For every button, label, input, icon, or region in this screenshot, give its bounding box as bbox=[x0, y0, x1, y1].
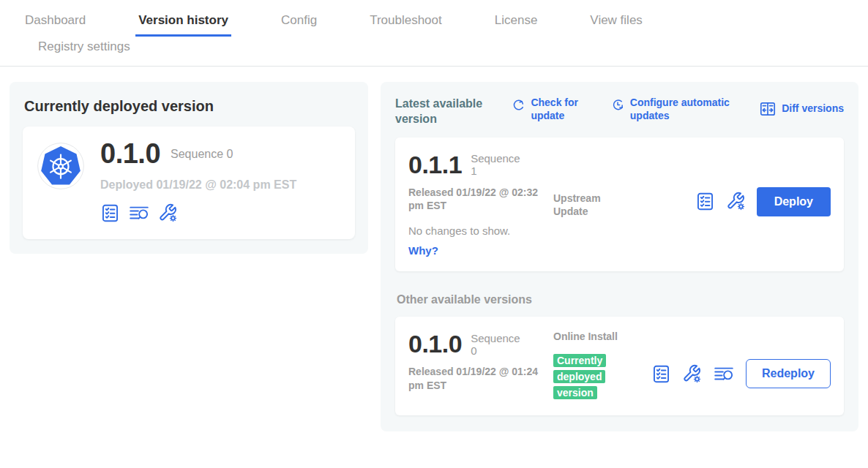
diff-versions-label: Diff versions bbox=[782, 102, 844, 116]
deployed-version-number: 0.1.0 bbox=[100, 138, 160, 170]
deployed-version-details: 0.1.0 Sequence 0 Deployed 01/19/22 @ 02:… bbox=[100, 138, 296, 223]
edit-config-icon[interactable] bbox=[682, 364, 702, 384]
tab-dashboard[interactable]: Dashboard bbox=[22, 12, 89, 37]
view-files-icon[interactable] bbox=[713, 364, 735, 384]
tab-version-history[interactable]: Version history bbox=[135, 12, 231, 37]
configure-automatic-updates-link[interactable]: Configure automatic updates bbox=[610, 97, 740, 122]
currently-deployed-title: Currently deployed version bbox=[24, 98, 355, 115]
check-for-update-link[interactable]: Check for update bbox=[511, 97, 591, 122]
other-version-actions: Redeploy bbox=[651, 359, 831, 388]
nav-row-2: Registry settings bbox=[0, 37, 868, 66]
currently-deployed-card: 0.1.0 Sequence 0 Deployed 01/19/22 @ 02:… bbox=[23, 127, 355, 239]
other-versions-title: Other available versions bbox=[397, 293, 844, 306]
diff-versions-link[interactable]: Diff versions bbox=[759, 99, 844, 118]
latest-available-title: Latest available version bbox=[395, 97, 492, 127]
deployed-sequence-label: Sequence 0 bbox=[171, 148, 233, 161]
configure-automatic-updates-label: Configure automatic updates bbox=[630, 97, 740, 122]
why-link[interactable]: Why? bbox=[408, 244, 553, 257]
nav-row-1: Dashboard Version history Config Trouble… bbox=[0, 0, 868, 37]
latest-version-source: Upstream Update bbox=[553, 192, 621, 257]
latest-version-actions: Deploy bbox=[695, 187, 831, 216]
check-update-icon bbox=[511, 97, 525, 112]
currently-deployed-panel: Currently deployed version 0.1.0 Sequenc… bbox=[10, 82, 368, 254]
edit-config-icon[interactable] bbox=[158, 203, 178, 223]
diff-versions-icon bbox=[759, 100, 777, 118]
latest-version-number: 0.1.1 bbox=[408, 151, 462, 179]
deployed-timestamp: Deployed 01/19/22 @ 02:04 pm EST bbox=[100, 178, 296, 192]
latest-available-header: Latest available version Check for updat… bbox=[395, 97, 844, 127]
kubernetes-logo-icon bbox=[37, 143, 84, 192]
other-version-source: Online Install bbox=[553, 330, 621, 344]
auto-update-icon bbox=[610, 97, 625, 112]
latest-released-timestamp: Released 01/19/22 @ 02:32 pm EST bbox=[408, 186, 539, 214]
other-sequence-label: Sequence 0 bbox=[471, 332, 522, 358]
other-version-number: 0.1.0 bbox=[408, 330, 462, 358]
tab-view-files[interactable]: View files bbox=[587, 12, 646, 37]
other-version-details: 0.1.0 Sequence 0 Released 01/19/22 @ 01:… bbox=[408, 330, 553, 401]
view-files-icon[interactable] bbox=[128, 203, 150, 223]
preflight-checks-icon[interactable] bbox=[651, 364, 671, 384]
available-versions-panel: Latest available version Check for updat… bbox=[381, 82, 858, 431]
tab-troubleshoot[interactable]: Troubleshoot bbox=[367, 12, 445, 37]
latest-version-details: 0.1.1 Sequence 1 Released 01/19/22 @ 02:… bbox=[408, 151, 553, 257]
other-released-timestamp: Released 01/19/22 @ 01:24 pm EST bbox=[408, 365, 539, 393]
check-for-update-label: Check for update bbox=[531, 97, 591, 122]
other-version-source-block: Online Install Currently deployed versio… bbox=[553, 330, 621, 401]
tab-config[interactable]: Config bbox=[278, 12, 320, 37]
currently-deployed-badge: Currently deployed version bbox=[553, 354, 606, 399]
edit-config-icon[interactable] bbox=[726, 192, 746, 211]
tab-registry-settings[interactable]: Registry settings bbox=[35, 38, 133, 62]
deploy-button[interactable]: Deploy bbox=[757, 187, 831, 216]
latest-sequence-label: Sequence 1 bbox=[471, 152, 522, 178]
currently-deployed-badge-wrap: Currently deployed version bbox=[553, 352, 613, 401]
preflight-checks-icon[interactable] bbox=[695, 192, 715, 211]
main-content: Currently deployed version 0.1.0 Sequenc… bbox=[0, 67, 868, 431]
preflight-checks-icon[interactable] bbox=[100, 203, 120, 223]
tab-license[interactable]: License bbox=[492, 12, 541, 37]
latest-version-card: 0.1.1 Sequence 1 Released 01/19/22 @ 02:… bbox=[395, 137, 844, 272]
other-version-card: 0.1.0 Sequence 0 Released 01/19/22 @ 01:… bbox=[395, 317, 844, 415]
redeploy-button[interactable]: Redeploy bbox=[746, 359, 831, 388]
top-nav: Dashboard Version history Config Trouble… bbox=[0, 0, 868, 67]
no-changes-text: No changes to show. bbox=[408, 224, 553, 237]
